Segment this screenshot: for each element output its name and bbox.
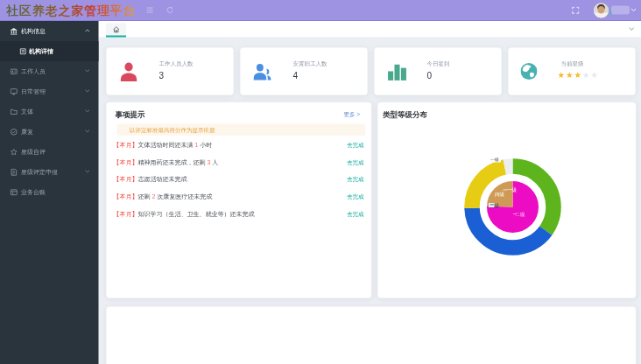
svg-text:一级: 一级 — [490, 158, 499, 162]
svg-text:二级: 二级 — [516, 212, 526, 217]
svg-text:三级: 三级 — [490, 203, 500, 208]
svg-text:一级: 一级 — [507, 187, 518, 192]
svg-text:四级: 四级 — [495, 192, 505, 198]
